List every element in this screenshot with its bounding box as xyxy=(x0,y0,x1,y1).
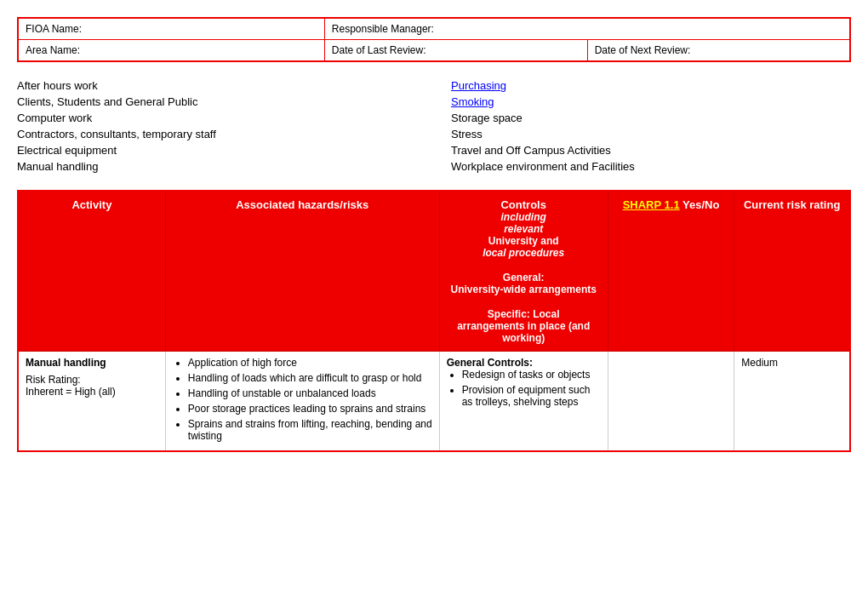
link-clients: Clients, Students and General Public xyxy=(17,95,417,108)
risk-rating-label: Risk Rating:Inherent = High (all) xyxy=(26,374,158,398)
travel-text: Travel and Off Campus Activities xyxy=(451,144,851,157)
link-after-hours: After hours work xyxy=(17,79,417,92)
storage-text: Storage space xyxy=(451,112,851,124)
link-electrical: Electrical equipment xyxy=(17,144,417,157)
controls-sub1: including xyxy=(445,211,602,223)
controls-cell: General Controls: Redesign of tasks or o… xyxy=(439,352,608,452)
controls-specific-label: Specific: Local xyxy=(445,308,602,320)
next-review-label: Date of Next Review: xyxy=(587,40,850,62)
links-left-col: After hours work Clients, Students and G… xyxy=(17,79,417,173)
col-activity: Activity xyxy=(18,191,165,352)
col-sharp: SHARP 1.1 Yes/No xyxy=(608,191,734,352)
col-controls: Controls including relevant University a… xyxy=(439,191,608,352)
sharp-yesno-cell xyxy=(608,352,734,452)
controls-sub3: University and xyxy=(445,235,602,247)
link-computer: Computer work xyxy=(17,112,417,124)
table-row: Manual handling Risk Rating:Inherent = H… xyxy=(18,352,850,452)
hazards-cell: Application of high force Handling of lo… xyxy=(165,352,439,452)
col-current-risk: Current risk rating xyxy=(734,191,850,352)
responsible-label: Responsible Manager: xyxy=(324,18,850,40)
sharp-link[interactable]: SHARP 1.1 xyxy=(623,198,680,211)
controls-sub2: relevant xyxy=(445,223,602,235)
hazard-item: Handling of loads which are difficult to… xyxy=(188,372,432,384)
hazard-item: Handling of unstable or unbalanced loads xyxy=(188,387,432,399)
fioa-label: FIOA Name: xyxy=(18,18,324,40)
control-item: Redesign of tasks or objects xyxy=(462,369,601,381)
hazard-item: Poor storage practices leading to sprain… xyxy=(188,403,432,415)
last-review-label: Date of Last Review: xyxy=(324,40,587,62)
controls-general-header: General Controls: xyxy=(447,357,533,369)
controls-sub4: local procedures xyxy=(445,247,602,259)
purchasing-link[interactable]: Purchasing xyxy=(451,79,851,92)
hazard-item: Sprains and strains from lifting, reachi… xyxy=(188,418,432,442)
hazard-item: Application of high force xyxy=(188,357,432,369)
controls-general-sub: University-wide arrangements xyxy=(445,284,602,295)
controls-list: Redesign of tasks or objects Provision o… xyxy=(447,369,601,408)
activity-name: Manual handling xyxy=(26,357,106,369)
control-item: Provision of equipment such as trolleys,… xyxy=(462,384,601,408)
area-label: Area Name: xyxy=(18,40,324,62)
link-manual: Manual handling xyxy=(17,160,417,173)
main-table: Activity Associated hazards/risks Contro… xyxy=(17,190,851,452)
link-contractors: Contractors, consultants, temporary staf… xyxy=(17,128,417,140)
smoking-link[interactable]: Smoking xyxy=(451,95,851,108)
links-section: After hours work Clients, Students and G… xyxy=(17,79,851,173)
controls-specific-sub: arrangements in place (and working) xyxy=(445,320,602,344)
current-risk-cell: Medium xyxy=(734,352,850,452)
hazards-list: Application of high force Handling of lo… xyxy=(173,357,432,442)
activity-cell: Manual handling Risk Rating:Inherent = H… xyxy=(18,352,165,452)
stress-text: Stress xyxy=(451,128,851,140)
controls-general-label: General: xyxy=(445,272,602,284)
controls-main-label: Controls xyxy=(500,198,545,211)
col-hazards: Associated hazards/risks xyxy=(165,191,439,352)
header-table: FIOA Name: Responsible Manager: Area Nam… xyxy=(17,17,851,62)
workplace-text: Workplace environment and Facilities xyxy=(451,160,851,173)
links-right-col: Purchasing Smoking Storage space Stress … xyxy=(451,79,851,173)
